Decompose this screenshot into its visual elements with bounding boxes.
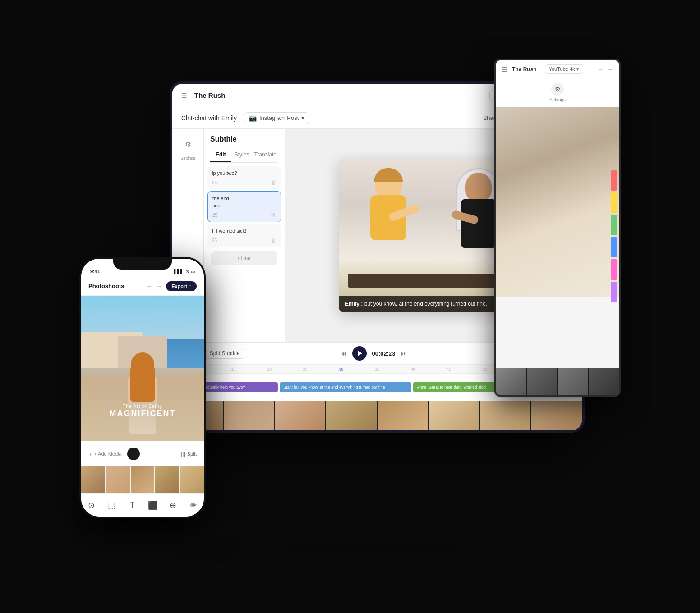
- subtitle-text-2: the end fine: [212, 195, 276, 209]
- tablet-menu-icon[interactable]: ☰: [181, 92, 187, 99]
- nav-icon-template[interactable]: ⬛: [146, 498, 160, 512]
- tablet-title: The Rush: [194, 91, 482, 99]
- play-triangle-icon: [358, 351, 362, 356]
- phone-export-button[interactable]: Export ↑: [166, 281, 197, 291]
- subtitle-content: but you know, at the end everything turn…: [364, 301, 487, 307]
- desktop-back-icon[interactable]: ←: [597, 66, 603, 73]
- color-strip-purple[interactable]: [611, 282, 617, 302]
- desktop-menu-icon[interactable]: ☰: [502, 66, 507, 73]
- ruler-mark-20: 20: [251, 367, 287, 371]
- nav-icon-text[interactable]: T: [125, 498, 139, 512]
- phone-forward-icon[interactable]: →: [156, 283, 162, 290]
- tablet-thumb-6: [429, 401, 479, 430]
- phone-export-icon: ↑: [189, 284, 191, 288]
- nav-icon-home[interactable]: ⊙: [84, 498, 99, 512]
- clip-2[interactable]: Stan: but you know, at the end everythin…: [280, 382, 411, 392]
- color-strips-panel: [609, 169, 619, 304]
- ruler-mark-15: 15: [216, 367, 252, 371]
- desktop-thumb: [558, 368, 588, 395]
- play-controls: ⏮ 00:02:23 ⏭: [341, 346, 407, 361]
- desktop-thumb: [496, 368, 526, 395]
- phone-shadow: [75, 518, 210, 527]
- play-button[interactable]: [352, 346, 367, 361]
- settings-icon[interactable]: ⚙: [551, 83, 564, 96]
- subtitle-entry-3-footer: 25 🗑: [212, 238, 276, 244]
- subtitle-entry-2[interactable]: the end fine 25 🗑: [207, 191, 281, 222]
- skip-forward-button[interactable]: ⏭: [401, 350, 407, 357]
- desktop-topbar: ☰ The Rush YouTube 4k ▾ ← →: [496, 60, 619, 78]
- wifi-icon: ⊙: [185, 269, 189, 274]
- tablet-thumb-3: [275, 401, 326, 430]
- subtitle-delete-2[interactable]: 🗑: [271, 212, 276, 218]
- ruler-mark-30: 30: [323, 367, 359, 371]
- subtitle-panel-title: Subtitle: [210, 135, 278, 143]
- phone-thumb-4: [155, 466, 179, 493]
- subtitle-entry-2-footer: 25 🗑: [212, 212, 276, 218]
- color-strip-blue[interactable]: [611, 237, 617, 257]
- tab-translate[interactable]: Translate: [252, 148, 278, 162]
- new-line-button[interactable]: r Line: [211, 251, 277, 265]
- phone-status-icons: ▌▌▌ ⊙ ▭: [174, 269, 195, 274]
- color-strip-yellow[interactable]: [611, 192, 617, 213]
- subtitle-delete-3[interactable]: 🗑: [271, 238, 276, 244]
- phone-split-icon: [|]: [181, 451, 185, 457]
- phone-woman: [120, 352, 165, 434]
- subtitle-project-name: Chit-chat with Emily: [181, 114, 237, 122]
- tab-styles[interactable]: Styles: [231, 148, 253, 162]
- desktop-screen: ☰ The Rush YouTube 4k ▾ ← → ⚙ Settings: [496, 60, 619, 395]
- subtitle-delete-1[interactable]: 🗑: [271, 179, 276, 186]
- subtitle-count-3: 25: [212, 238, 217, 243]
- sidebar-settings-icon[interactable]: ⚙: [180, 136, 196, 152]
- desktop-forward-icon[interactable]: →: [607, 66, 613, 73]
- phone-thumb-5: [180, 466, 204, 493]
- desktop-format: YouTube 4k ▾: [549, 66, 579, 72]
- color-strip-red[interactable]: [611, 170, 617, 191]
- split-subtitle-button[interactable]: [|] Split Subtitle: [199, 348, 244, 359]
- phone-project-name: Photoshoots: [88, 283, 146, 289]
- scene: ☰ The Rush YouTube 4k ▾ ← → ⚙ Settings: [79, 59, 621, 554]
- phone-photo-title: MAGNIFICENT: [81, 409, 204, 418]
- phone-thumb-1: [81, 466, 105, 493]
- phone-thumb-2: [106, 466, 130, 493]
- ruler-mark-25: 25: [287, 367, 323, 371]
- tab-edit[interactable]: Edit: [210, 148, 231, 162]
- battery-icon: ▭: [191, 269, 195, 274]
- tablet-thumb-5: [378, 401, 428, 430]
- subtitle-entry-1[interactable]: lp you two? 25 🗑: [207, 166, 281, 189]
- color-strip-pink[interactable]: [611, 259, 617, 279]
- ruler-mark-40: 40: [395, 367, 431, 371]
- add-media-button[interactable]: + + Add Media: [88, 450, 122, 457]
- phone-thumbnail-strip: [81, 466, 204, 493]
- tablet-thumb-8: [531, 401, 582, 430]
- tablet-shadow: [161, 545, 585, 554]
- add-media-icon: +: [88, 450, 92, 457]
- phone-split-button[interactable]: [|] Split: [181, 451, 197, 457]
- phone-device: 9:41 ▌▌▌ ⊙ ▭ Photoshoots ← → Export ↑: [79, 257, 206, 518]
- phone-back-icon[interactable]: ←: [146, 283, 152, 290]
- nav-icon-gallery[interactable]: ⬚: [105, 498, 119, 512]
- color-strip-green[interactable]: [611, 215, 617, 235]
- phone-thumb-3: [131, 466, 155, 493]
- skip-back-button[interactable]: ⏮: [341, 350, 347, 357]
- subtitle-entry-3[interactable]: t. I worried sick! 25 🗑: [207, 224, 281, 247]
- subtitle-text-3: t. I worried sick!: [212, 228, 276, 234]
- phone-notch: [113, 257, 172, 270]
- phone-play-button[interactable]: [127, 448, 140, 460]
- phone-photo-subtitle: The Art of Being: [81, 404, 204, 409]
- phone-time: 9:41: [90, 269, 100, 274]
- nav-icon-edit[interactable]: ✏: [186, 498, 201, 512]
- signal-icon: ▌▌▌: [174, 269, 184, 274]
- tablet-thumbnail-row: [172, 401, 582, 430]
- subtitle-platform-selector[interactable]: 📷 Instagram Post ▾: [244, 112, 309, 124]
- desktop-thumb: [527, 368, 557, 395]
- phone-video-area: The Art of Being MAGNIFICENT: [81, 296, 204, 441]
- subtitle-tabs: Edit Styles Translate: [210, 148, 278, 163]
- nav-icon-sticker[interactable]: ⊕: [166, 498, 180, 512]
- phone-screen: 9:41 ▌▌▌ ⊙ ▭ Photoshoots ← → Export ↑: [81, 259, 204, 517]
- subtitle-entries: lp you two? 25 🗑 the end fine 25: [204, 163, 285, 342]
- phone-nav-bar: ⊙ ⬚ T ⬛ ⊕ ✏: [81, 493, 204, 517]
- sidebar-settings-label: Settings: [180, 156, 195, 160]
- time-display: 00:02:23: [372, 350, 396, 357]
- subtitle-panel-header: Subtitle Edit Styles Translate: [204, 129, 285, 163]
- subtitle-edit-panel: Subtitle Edit Styles Translate lp you tw…: [204, 129, 285, 342]
